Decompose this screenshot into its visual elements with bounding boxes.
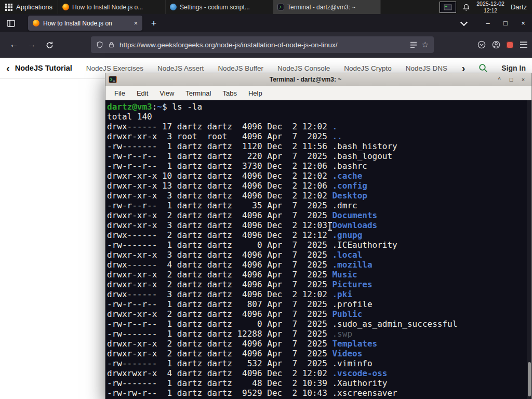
menu-file[interactable]: File	[109, 89, 131, 97]
browser-minimize-button[interactable]: –	[479, 14, 497, 32]
file-name: .dmrc	[332, 201, 357, 210]
workspace-switcher[interactable]	[440, 2, 456, 13]
recording-indicator-icon[interactable]	[507, 42, 513, 48]
terminal-line: drwxr-xr-x 2 dartz dartz 4096 Apr 7 2025…	[107, 309, 531, 319]
line-meta: drwxr-xr-x 3 dartz dartz 4096 Dec 2 12:0…	[107, 220, 332, 230]
site-nav-items: NodeJS TutorialNodeJS ExercisesNodeJS As…	[15, 64, 455, 72]
file-name: .ICEauthority	[332, 240, 397, 250]
line-meta: drwxr-xr-x 2 dartz dartz 4096 Apr 7 2025	[107, 280, 332, 289]
notification-bell-icon[interactable]	[462, 3, 470, 11]
menu-hamburger-icon[interactable]	[520, 41, 528, 48]
terminal-line: drwx------ 17 dartz dartz 4096 Dec 2 12:…	[107, 122, 531, 131]
terminal-line: drwx------ 4 dartz dartz 4096 Apr 7 2025…	[107, 260, 531, 270]
terminal-body[interactable]: dartz@vm3:~$ ls -la total 140 drwx------…	[105, 100, 531, 399]
site-nav-right: › Sign In	[455, 63, 526, 73]
url-bar[interactable]: https://www.geeksforgeeks.org/node-js/in…	[91, 36, 434, 53]
terminal-shade-button[interactable]: ^	[494, 75, 504, 84]
terminal-line: -rw-r--r-- 1 dartz dartz 220 Apr 7 2025 …	[107, 151, 531, 161]
terminal-line: drwxr-xr-x 3 dartz dartz 4096 Dec 2 12:0…	[107, 220, 531, 230]
tracking-shield-icon[interactable]	[96, 41, 103, 49]
file-name: .bash_logout	[332, 151, 392, 161]
terminal-scrollbar[interactable]	[527, 100, 531, 399]
firefox-tabbar: How to Install Node.js on × + – □ ×	[0, 14, 532, 32]
menu-help[interactable]: Help	[243, 89, 268, 97]
nav-scroll-right-icon[interactable]: ›	[462, 63, 466, 73]
browser-maximize-button[interactable]: □	[497, 14, 514, 32]
line-meta: -rw------- 1 dartz dartz 532 Apr 7 2025	[107, 358, 332, 368]
terminal-line: drwx------ 3 dartz dartz 4096 Dec 2 12:0…	[107, 289, 531, 299]
back-button[interactable]: ←	[5, 36, 23, 54]
forward-button[interactable]: →	[23, 36, 41, 54]
terminal-window-icon	[109, 75, 117, 84]
line-meta: -rw-r--r-- 1 dartz dartz 807 Apr 7 2025	[107, 299, 332, 309]
url-text[interactable]: https://www.geeksforgeeks.org/node-js/in…	[119, 41, 405, 49]
nav-item-nodejs-tutorial[interactable]: NodeJS Tutorial	[15, 64, 72, 72]
taskbar-button-firefox[interactable]: How to Install Node.js o...	[58, 0, 166, 14]
terminal-line: drwxr-xr-x 3 root root 4096 Apr 7 2025 .…	[107, 131, 531, 141]
file-name: Desktop	[332, 191, 367, 201]
nav-item-nodejs-exercises[interactable]: NodeJS Exercises	[86, 64, 143, 72]
reload-button[interactable]	[41, 36, 58, 54]
terminal-window: Terminal - dartz@vm3: ~ ^ □ × FileEditVi…	[105, 73, 532, 399]
taskbar-button-label: How to Install Node.js o...	[72, 4, 143, 11]
list-all-tabs-icon[interactable]	[456, 16, 472, 31]
nav-item-nodejs-console[interactable]: NodeJS Console	[277, 64, 330, 72]
codium-icon	[170, 4, 177, 10]
padlock-icon[interactable]	[108, 41, 115, 48]
file-name: .sudo_as_admin_successful	[332, 319, 457, 329]
tab-close-icon[interactable]: ×	[134, 19, 138, 27]
tab-title: How to Install Node.js on	[43, 20, 130, 27]
line-meta: drwxr-xr-x 2 dartz dartz 4096 Apr 7 2025	[107, 349, 332, 358]
sign-in-button[interactable]: Sign In	[501, 64, 526, 72]
terminal-titlebar[interactable]: Terminal - dartz@vm3: ~ ^ □ ×	[105, 73, 531, 86]
terminal-line: -rw-rw-r-- 1 dartz dartz 9529 Dec 2 10:4…	[107, 388, 531, 398]
terminal-line: drwxr-xr-x 2 dartz dartz 4096 Apr 7 2025…	[107, 349, 531, 358]
search-icon[interactable]	[478, 63, 488, 73]
mouse-text-cursor	[329, 222, 330, 230]
nav-item-nodejs-assert[interactable]: NodeJS Assert	[157, 64, 204, 72]
taskbar-button-terminal[interactable]: Terminal - dartz@vm3: ~	[273, 0, 381, 14]
line-meta: -rw-r--r-- 1 dartz dartz 0 Apr 7 2025	[107, 319, 332, 329]
applications-grid-icon	[5, 4, 12, 11]
menu-edit[interactable]: Edit	[131, 89, 154, 97]
menu-view[interactable]: View	[154, 89, 180, 97]
new-tab-button[interactable]: +	[147, 16, 161, 31]
terminal-line: drwx------ 2 dartz dartz 4096 Dec 2 12:1…	[107, 230, 531, 240]
terminal-line: -rw-r--r-- 1 dartz dartz 3730 Dec 2 12:0…	[107, 161, 531, 171]
menu-terminal[interactable]: Terminal	[180, 89, 217, 97]
clock-date: 2025-12-02	[476, 1, 504, 7]
line-meta: drwx------ 2 dartz dartz 4096 Dec 2 12:1…	[107, 230, 332, 240]
firefox-view-icon[interactable]	[3, 16, 19, 31]
browser-close-button[interactable]: ×	[514, 14, 532, 32]
pocket-icon[interactable]	[477, 41, 486, 49]
nav-item-nodejs-crypto[interactable]: NodeJS Crypto	[344, 64, 392, 72]
file-name: ..	[332, 131, 342, 141]
line-meta: drwxr-xr-x 13 dartz dartz 4096 Dec 2 12:…	[107, 181, 332, 191]
account-icon[interactable]	[492, 41, 500, 49]
nav-item-nodejs-buffer[interactable]: NodeJS Buffer	[218, 64, 263, 72]
terminal-window-controls: ^ □ ×	[494, 75, 528, 84]
nav-item-nodejs-dns[interactable]: NodeJS DNS	[406, 64, 447, 72]
taskbar-button-codium[interactable]: Settings - codium script...	[166, 0, 273, 14]
panel-username[interactable]: Dartz	[511, 3, 527, 11]
line-meta: drwxr-xr-x 3 dartz dartz 4096 Dec 2 12:0…	[107, 191, 332, 201]
prompt-colon: :	[152, 102, 157, 112]
nav-scroll-left-icon[interactable]: ‹	[6, 63, 10, 73]
terminal-maximize-button[interactable]: □	[506, 75, 516, 84]
terminal-close-button[interactable]: ×	[518, 75, 528, 84]
terminal-scrollbar-thumb[interactable]	[528, 362, 531, 396]
line-meta: drwxr-xr-x 10 dartz dartz 4096 Dec 2 12:…	[107, 171, 332, 181]
menu-tabs[interactable]: Tabs	[217, 89, 242, 97]
file-name: Documents	[332, 210, 377, 220]
panel-clock[interactable]: 2025-12-02 12:12	[476, 1, 504, 14]
file-name: .config	[332, 181, 367, 191]
prompt-command: ls -la	[172, 102, 202, 112]
line-meta: -rw-r--r-- 1 dartz dartz 35 Apr 7 2025	[107, 201, 332, 210]
terminal-line: -rw------- 1 dartz dartz 1120 Dec 2 11:5…	[107, 141, 531, 151]
applications-menu-button[interactable]: Applications	[0, 0, 58, 14]
browser-window-controls: – □ ×	[479, 14, 532, 32]
bookmark-star-icon[interactable]: ☆	[422, 40, 429, 49]
terminal-icon	[277, 4, 284, 10]
browser-tab[interactable]: How to Install Node.js on ×	[28, 16, 142, 31]
reader-view-icon[interactable]	[410, 42, 417, 48]
